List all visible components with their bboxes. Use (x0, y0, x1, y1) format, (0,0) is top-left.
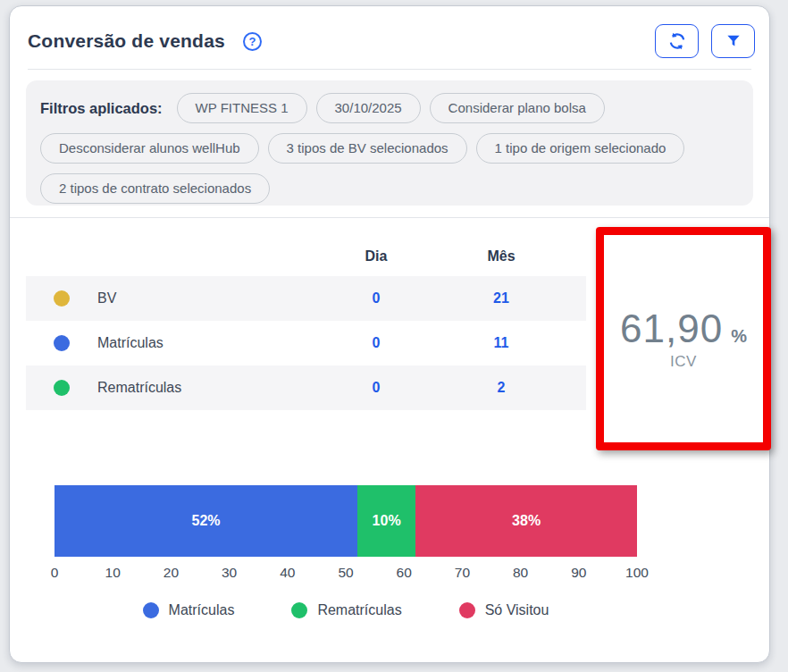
x-axis-tick: 30 (222, 565, 237, 581)
legend-dot (143, 602, 159, 618)
section-divider (10, 217, 769, 218)
x-axis-tick: 90 (571, 565, 586, 581)
x-axis-tick: 60 (397, 565, 412, 581)
table-row-matriculas: Matrículas 0 11 (26, 321, 586, 365)
matriculas-mes-value[interactable]: 11 (434, 335, 568, 351)
row-label: Matrículas (97, 335, 318, 351)
filter-chip-unit[interactable]: WP FITNESS 1 (177, 93, 307, 123)
x-axis-tick: 50 (338, 565, 353, 581)
bv-series-dot (54, 290, 70, 307)
x-axis: 0 10 20 30 40 50 60 70 80 90 100 (54, 565, 637, 583)
column-header-dia: Dia (318, 248, 434, 265)
question-circle-icon[interactable]: ? (243, 32, 262, 51)
chart-legend: Matrículas Rematrículas Só Visitou (54, 602, 637, 618)
icv-unit: % (731, 326, 747, 347)
icv-value: 61,90 (620, 307, 723, 351)
legend-label: Só Visitou (485, 602, 549, 618)
matriculas-dia-value[interactable]: 0 (318, 335, 434, 351)
legend-dot (459, 602, 475, 618)
bar-segment[interactable]: 52% (54, 485, 357, 557)
x-axis-tick: 40 (280, 565, 295, 581)
legend-item-rematriculas[interactable]: Rematrículas (291, 602, 401, 618)
row-label: Rematrículas (97, 380, 318, 396)
filter-chip-bv-types[interactable]: 3 tipos de BV selecionados (268, 133, 467, 164)
bar-segment-label: 38% (512, 513, 541, 529)
table-row-bv: BV 0 21 (26, 276, 586, 321)
rematriculas-mes-value[interactable]: 2 (434, 380, 568, 396)
header-divider (28, 69, 751, 70)
filters-label: Filtros aplicados: (40, 93, 163, 123)
conversion-table: Dia Mês BV 0 21 Matrículas 0 11 Rematríc… (26, 237, 586, 410)
filter-chip-wellhub[interactable]: Desconsiderar alunos wellHub (40, 133, 259, 164)
filter-chip-origem[interactable]: 1 tipo de origem selecionado (476, 133, 685, 164)
bv-dia-value[interactable]: 0 (318, 290, 434, 307)
legend-item-so-visitou[interactable]: Só Visitou (459, 602, 549, 618)
applied-filters-panel: Filtros aplicados: WP FITNESS 1 30/10/20… (26, 80, 753, 206)
refresh-icon (667, 31, 687, 51)
legend-label: Matrículas (169, 602, 235, 618)
bar-segment[interactable]: 38% (415, 485, 637, 557)
funnel-filter-icon (725, 32, 742, 50)
bar-segment-label: 10% (373, 513, 401, 529)
card-header: Conversão de vendas ? (28, 24, 755, 58)
bar-segment[interactable]: 10% (357, 485, 415, 557)
stacked-bar: 52% 10% 38% (54, 485, 637, 557)
icv-label: ICV (670, 353, 697, 371)
sales-conversion-card: Conversão de vendas ? Filt (9, 5, 770, 663)
x-axis-tick: 0 (51, 565, 59, 581)
legend-item-matriculas[interactable]: Matrículas (143, 602, 235, 618)
x-axis-tick: 100 (625, 565, 649, 581)
filter-chip-date[interactable]: 30/10/2025 (316, 93, 421, 123)
filter-button[interactable] (711, 24, 755, 58)
x-axis-tick: 10 (105, 565, 121, 581)
legend-dot (291, 602, 307, 618)
column-header-mes: Mês (434, 248, 568, 265)
table-row-rematriculas: Rematrículas 0 2 (26, 365, 586, 410)
icv-value-row: 61,90 % (620, 307, 747, 351)
table-header-row: Dia Mês (26, 237, 586, 276)
x-axis-tick: 20 (163, 565, 179, 581)
icv-highlight-box: 61,90 % ICV (596, 227, 771, 450)
x-axis-tick: 80 (513, 565, 528, 581)
rematriculas-dia-value[interactable]: 0 (318, 380, 434, 396)
legend-label: Rematrículas (317, 602, 401, 618)
bar-segment-label: 52% (192, 513, 221, 529)
row-label: BV (97, 290, 318, 307)
x-axis-tick: 70 (455, 565, 470, 581)
filter-chip-plano-bolsa[interactable]: Considerar plano bolsa (430, 93, 605, 123)
filter-chip-contrato[interactable]: 2 tipos de contrato selecionados (40, 173, 270, 204)
bv-mes-value[interactable]: 21 (434, 290, 568, 307)
page-title: Conversão de vendas (28, 30, 225, 52)
rematriculas-series-dot (54, 380, 70, 396)
header-actions (655, 24, 755, 58)
refresh-button[interactable] (655, 24, 699, 58)
stacked-bar-chart: 52% 10% 38% 0 10 20 30 40 50 60 70 80 90… (54, 485, 637, 618)
matriculas-series-dot (54, 335, 70, 351)
